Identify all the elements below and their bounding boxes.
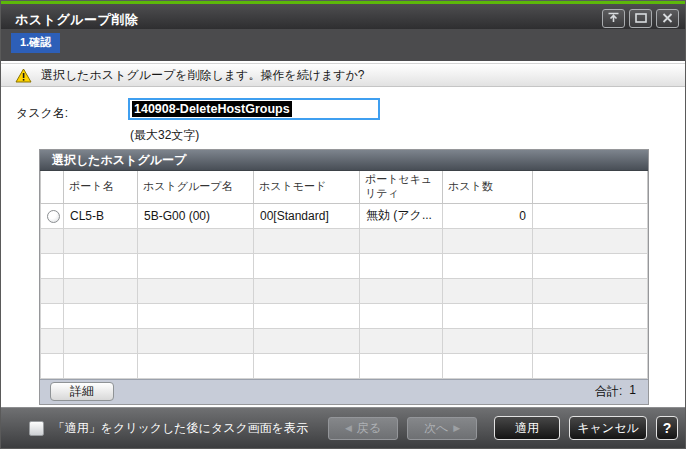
total-group: 合計: 1 [595,383,636,400]
task-name-label: タスク名: [16,105,68,122]
empty-cell [254,278,360,303]
header-host-mode: ホストモード [254,171,360,203]
title-bar: ホストグループ削除 [1,1,685,29]
empty-cell [360,253,443,278]
step-strip: 1.確認 [1,29,685,61]
table-row-empty [41,228,648,253]
task-name-hint: (最大32文字) [130,127,199,144]
empty-cell [360,303,443,328]
collapse-icon [607,11,620,26]
apply-button[interactable]: 適用 [494,416,560,440]
warning-icon [15,68,32,83]
empty-cell [41,353,64,378]
empty-cell [64,253,138,278]
empty-cell [443,328,533,353]
empty-cell [138,303,254,328]
table-row-empty [41,353,648,378]
next-arrow-icon: ▶ [453,423,460,433]
row-radio-button[interactable] [47,210,60,223]
empty-cell [443,253,533,278]
empty-cell [254,253,360,278]
delete-host-group-dialog: ホストグループ削除 1.確認 [0,0,686,449]
empty-cell [41,253,64,278]
selected-host-groups-table: 選択したホストグループ ポート名 ホストグループ名 ホストモード ポートセキュリ… [39,149,649,405]
row-select-cell [41,203,64,228]
table-row-empty [41,253,648,278]
cell-port-name: CL5-B [64,203,138,228]
warning-message: 選択したホストグループを削除します。操作を続けますか? [41,67,364,84]
empty-cell [360,328,443,353]
header-blank [533,171,648,203]
cell-host-count: 0 [443,203,533,228]
empty-cell [254,228,360,253]
cell-port-security: 無効 (アク... [360,203,443,228]
empty-cell [64,328,138,353]
empty-cell [138,353,254,378]
page-title: ホストグループ削除 [15,11,138,29]
empty-cell [138,278,254,303]
table-empty-rows [41,228,648,378]
cell-host-mode: 00[Standard] [254,203,360,228]
cancel-button[interactable]: キャンセル [569,416,647,440]
window-controls [602,9,679,28]
empty-cell [138,253,254,278]
show-task-screen-checkbox[interactable] [29,421,44,436]
tab-step-1-confirm[interactable]: 1.確認 [11,33,60,53]
warning-bar: 選択したホストグループを削除します。操作を続けますか? [1,63,685,87]
empty-cell [41,228,64,253]
empty-cell [443,303,533,328]
empty-cell [443,228,533,253]
next-button: 次へ ▶ [407,417,477,440]
table-header-row: ポート名 ホストグループ名 ホストモード ポートセキュリティ ホスト数 [41,171,648,203]
empty-cell [138,328,254,353]
empty-cell [64,228,138,253]
header-select [41,171,64,203]
total-label: 合計: [595,383,622,400]
header-port-security: ポートセキュリティ [360,171,443,203]
show-task-screen-label[interactable]: 「適用」をクリックした後にタスク画面を表示 [53,420,308,437]
close-icon [662,11,673,26]
empty-cell [360,228,443,253]
empty-cell [443,353,533,378]
empty-cell [443,278,533,303]
empty-cell [533,228,648,253]
cell-host-group-name: 5B-G00 (00) [138,203,254,228]
empty-cell [41,278,64,303]
table-row-empty [41,328,648,353]
empty-cell [64,278,138,303]
empty-cell [360,278,443,303]
dialog-body: 選択したホストグループを削除します。操作を続けますか? タスク名: 140908… [1,61,685,407]
empty-cell [254,353,360,378]
collapse-window-button[interactable] [602,9,625,28]
maximize-icon [635,11,647,26]
task-name-input[interactable]: 140908-DeleteHostGroups [128,98,380,120]
empty-cell [41,303,64,328]
empty-cell [533,253,648,278]
empty-cell [64,303,138,328]
table-footer: 詳細 合計: 1 [40,379,648,404]
table-row-empty [41,303,648,328]
action-bar: 「適用」をクリックした後にタスク画面を表示 ◀ 戻る 次へ ▶ 適用 キャンセル… [1,407,685,448]
header-host-count: ホスト数 [443,171,533,203]
empty-cell [254,303,360,328]
help-button[interactable]: ? [656,416,678,440]
empty-cell [360,353,443,378]
table-row-empty [41,278,648,303]
empty-cell [41,328,64,353]
task-name-selected-text: 140908-DeleteHostGroups [132,101,292,117]
table-row: CL5-B 5B-G00 (00) 00[Standard] 無効 (アク...… [41,203,648,228]
empty-cell [533,303,648,328]
header-host-group-name: ホストグループ名 [138,171,254,203]
total-value: 1 [629,383,636,400]
back-button: ◀ 戻る [328,417,398,440]
empty-cell [254,328,360,353]
empty-cell [533,278,648,303]
detail-button[interactable]: 詳細 [50,382,114,401]
empty-cell [64,353,138,378]
maximize-window-button[interactable] [629,9,652,28]
close-window-button[interactable] [656,9,679,28]
empty-cell [533,353,648,378]
empty-cell [138,228,254,253]
empty-cell [533,328,648,353]
table-title: 選択したホストグループ [40,150,648,171]
